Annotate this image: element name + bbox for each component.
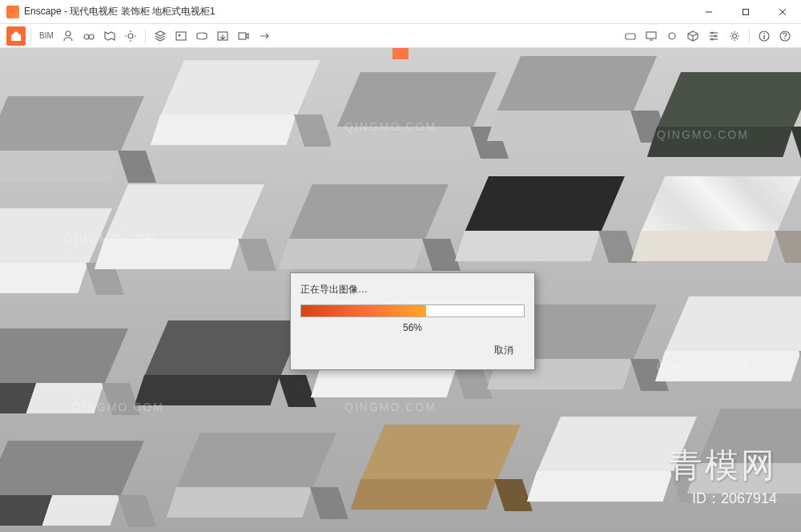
cabinet-render xyxy=(657,72,801,160)
cabinet-render xyxy=(665,296,801,385)
model-id: ID：2067914 xyxy=(692,489,777,508)
svg-point-13 xyxy=(178,34,180,36)
progress-text: 56% xyxy=(300,322,525,333)
svg-point-30 xyxy=(784,38,786,39)
export-icon[interactable] xyxy=(213,26,232,46)
home-button[interactable] xyxy=(6,26,26,46)
viewport[interactable]: QINGMO.COM QINGMO.COM QINGMO.COM QINGMO.… xyxy=(0,48,801,532)
cabinet-render xyxy=(465,176,625,264)
svg-point-23 xyxy=(714,34,717,37)
nav-indicator-icon xyxy=(392,48,409,59)
vr-icon[interactable] xyxy=(621,26,640,46)
svg-rect-12 xyxy=(176,32,186,40)
titlebar: Enscape - 现代电视柜 装饰柜 地柜式电视柜1 xyxy=(0,0,801,24)
svg-point-4 xyxy=(66,31,70,36)
bim-label: BIM xyxy=(36,31,57,40)
monitor-icon[interactable] xyxy=(642,26,661,46)
svg-point-25 xyxy=(733,34,737,38)
image-icon[interactable] xyxy=(171,26,191,46)
svg-rect-16 xyxy=(626,34,635,39)
cabinet-render xyxy=(160,60,320,148)
minimize-button[interactable] xyxy=(690,0,727,24)
share-icon[interactable] xyxy=(255,26,274,46)
cabinet-render xyxy=(144,320,304,409)
cancel-button[interactable]: 取消 xyxy=(483,341,525,360)
cabinet-render xyxy=(0,328,128,417)
close-button[interactable] xyxy=(764,0,801,24)
toolbar-separator xyxy=(30,29,31,43)
brand-logo: 青模网 xyxy=(669,443,777,488)
app-icon xyxy=(6,6,19,18)
help-icon[interactable] xyxy=(775,26,795,46)
cabinet-render xyxy=(288,184,449,272)
svg-point-7 xyxy=(128,34,133,38)
panorama-icon[interactable] xyxy=(192,26,211,46)
svg-rect-15 xyxy=(239,33,246,39)
info-icon[interactable] xyxy=(755,26,774,46)
video-icon[interactable] xyxy=(234,26,253,46)
toolbar-separator xyxy=(145,29,146,43)
binoculars-icon[interactable] xyxy=(79,26,99,46)
export-dialog: 正在导出图像… 56% 取消 xyxy=(290,272,535,370)
svg-point-5 xyxy=(84,34,89,39)
titlebar-left: Enscape - 现代电视柜 装饰柜 地柜式电视柜1 xyxy=(6,5,215,18)
svg-rect-17 xyxy=(646,32,656,38)
toolbar-separator xyxy=(749,29,750,43)
svg-point-22 xyxy=(711,31,714,34)
toolbar-right-group xyxy=(621,26,795,46)
settings-icon[interactable] xyxy=(704,26,723,46)
dialog-footer: 取消 xyxy=(300,341,525,360)
cabinet-render xyxy=(0,208,112,296)
cabinet-render xyxy=(176,433,336,521)
cabinet-render xyxy=(641,176,801,264)
cube-icon[interactable] xyxy=(683,26,702,46)
map-icon[interactable] xyxy=(100,26,119,46)
svg-point-6 xyxy=(89,34,94,39)
svg-point-24 xyxy=(711,38,714,40)
toolbar-left-group: BIM xyxy=(6,26,274,46)
progress-fill xyxy=(301,305,426,316)
gear-icon[interactable] xyxy=(725,26,744,46)
svg-rect-1 xyxy=(743,9,749,14)
cabinet-render xyxy=(104,184,264,272)
watermark: QINGMO.COM xyxy=(344,401,437,413)
svg-point-28 xyxy=(763,32,765,34)
sync-icon[interactable] xyxy=(662,26,682,46)
layers-icon[interactable] xyxy=(151,26,170,46)
progress-bar xyxy=(300,304,525,317)
cabinet-render xyxy=(497,56,657,144)
dialog-title: 正在导出图像… xyxy=(300,283,525,296)
cabinet-render xyxy=(0,441,144,529)
maximize-button[interactable] xyxy=(727,0,764,24)
cabinet-render xyxy=(360,425,521,513)
cabinet-render xyxy=(0,96,144,184)
toolbar: BIM xyxy=(0,24,801,48)
user-icon[interactable] xyxy=(58,26,78,46)
cabinet-render xyxy=(336,72,497,160)
window-controls xyxy=(690,0,801,24)
window-title: Enscape - 现代电视柜 装饰柜 地柜式电视柜1 xyxy=(24,5,215,18)
light-icon[interactable] xyxy=(121,26,140,46)
